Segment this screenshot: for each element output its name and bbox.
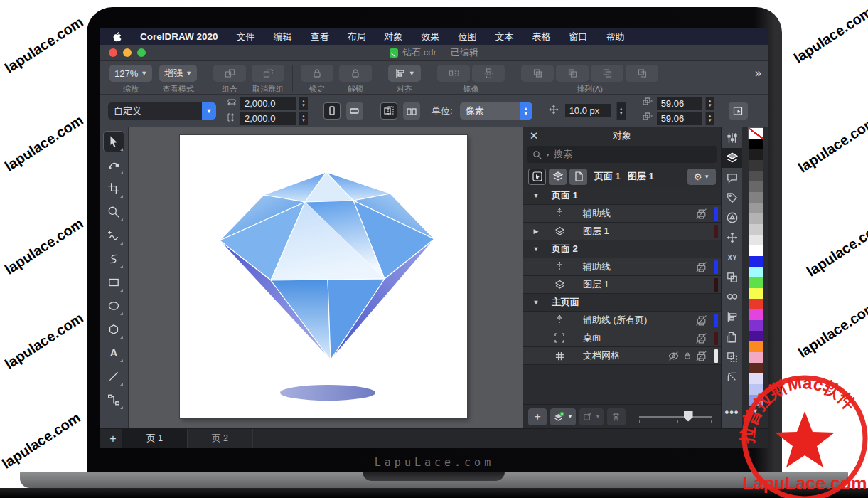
- color-swatch[interactable]: [749, 277, 763, 288]
- layer-color-bar[interactable]: [714, 260, 718, 274]
- shape-tool[interactable]: [103, 154, 124, 176]
- color-swatch[interactable]: [749, 374, 763, 384]
- color-swatch[interactable]: [749, 331, 763, 341]
- menu-item-效果[interactable]: 效果: [422, 31, 440, 43]
- docker-tab-align-distribute-icon[interactable]: [722, 307, 742, 327]
- color-swatch[interactable]: [749, 160, 763, 171]
- menu-item-窗口[interactable]: 窗口: [569, 31, 588, 43]
- new-layer-button[interactable]: ▼: [550, 408, 576, 425]
- group-button[interactable]: [213, 65, 246, 82]
- menu-item-位图[interactable]: 位图: [459, 31, 477, 43]
- menu-item-表格[interactable]: 表格: [532, 31, 551, 43]
- docker-tab-export-icon[interactable]: [722, 327, 742, 347]
- color-swatch[interactable]: [749, 256, 763, 267]
- docker-tab-objects-icon[interactable]: [722, 148, 742, 168]
- menu-item-布局[interactable]: 布局: [348, 31, 366, 43]
- artistic-media-tool[interactable]: [103, 248, 124, 270]
- docker-tab-corners-icon[interactable]: [722, 367, 742, 387]
- layer-color-bar[interactable]: [714, 207, 718, 221]
- to-back-button[interactable]: [556, 65, 589, 82]
- tree-section[interactable]: ▼主页面: [523, 294, 721, 312]
- layer-color-bar[interactable]: [714, 278, 718, 292]
- color-swatch[interactable]: [749, 235, 763, 245]
- mirror-horizontal-button[interactable]: [437, 65, 470, 82]
- page-height-input[interactable]: 2,000.0: [240, 112, 296, 125]
- tree-item[interactable]: 辅助线 (所有页): [523, 312, 721, 329]
- docker-tab-find-icon[interactable]: [722, 287, 742, 307]
- collapse-triangle-icon[interactable]: ▼: [530, 299, 542, 306]
- tree-section[interactable]: ▼页面 2: [523, 240, 721, 258]
- color-swatch[interactable]: [749, 245, 763, 256]
- color-swatch[interactable]: [749, 288, 763, 299]
- menu-item-对象[interactable]: 对象: [385, 31, 403, 43]
- ellipse-tool[interactable]: [103, 295, 124, 317]
- page-tab-页 2[interactable]: 页 2: [188, 429, 253, 448]
- docker-tab-properties-icon[interactable]: [722, 128, 742, 148]
- color-swatch[interactable]: [749, 352, 763, 363]
- docker-tab-more-button[interactable]: •••: [722, 403, 742, 423]
- docker-tab-clone-icon[interactable]: [722, 267, 742, 287]
- docker-tab-coordinates-icon[interactable]: XY: [722, 248, 742, 267]
- color-swatch[interactable]: [749, 267, 763, 277]
- text-tool[interactable]: A: [103, 342, 124, 364]
- crop-tool[interactable]: [103, 178, 124, 199]
- view-mode-select[interactable]: 增强▼: [159, 65, 197, 82]
- layer-color-bar[interactable]: [714, 314, 718, 327]
- freehand-tool[interactable]: [103, 225, 124, 246]
- polygon-tool[interactable]: [103, 319, 124, 340]
- color-swatch[interactable]: [749, 384, 763, 395]
- zoom-tool[interactable]: [103, 201, 124, 223]
- apple-menu-icon[interactable]: [112, 31, 122, 42]
- duplicate-x-input[interactable]: 59.06: [657, 97, 702, 110]
- menu-app-name[interactable]: CorelDRAW 2020: [140, 31, 218, 42]
- view-objects-button[interactable]: [528, 169, 546, 185]
- color-swatch[interactable]: [749, 203, 763, 213]
- rectangle-tool[interactable]: [103, 272, 124, 293]
- nudge-distance-input[interactable]: 10.0 px: [565, 104, 611, 117]
- color-swatch[interactable]: [749, 299, 763, 309]
- duplicate-y-stepper[interactable]: ▲▼: [705, 112, 714, 125]
- docker-search-input[interactable]: ▼ 搜索: [527, 146, 717, 163]
- page-width-stepper[interactable]: ▲▼: [299, 97, 308, 110]
- menu-item-帮助[interactable]: 帮助: [606, 31, 625, 43]
- forward-one-button[interactable]: [591, 65, 623, 82]
- duplicate-x-stepper[interactable]: ▲▼: [705, 97, 714, 110]
- color-swatch[interactable]: [749, 341, 763, 352]
- color-swatch[interactable]: [749, 309, 763, 320]
- landscape-button[interactable]: [346, 102, 363, 120]
- docker-close-icon[interactable]: ✕: [523, 129, 545, 142]
- color-swatch[interactable]: [749, 192, 763, 203]
- view-layers-button[interactable]: [549, 169, 567, 185]
- unlock-button[interactable]: [339, 65, 372, 82]
- page-width-input[interactable]: 2,000.0: [240, 97, 296, 110]
- nudge-stepper[interactable]: ▲▼: [616, 102, 626, 120]
- docker-tab-step-repeat-icon[interactable]: [722, 347, 742, 367]
- collapse-triangle-icon[interactable]: ▼: [530, 192, 542, 199]
- tree-item[interactable]: 辅助线: [523, 205, 721, 223]
- drawing-canvas[interactable]: [129, 127, 523, 428]
- layer-color-bar[interactable]: [714, 349, 718, 363]
- align-button[interactable]: ▼: [388, 65, 421, 82]
- color-swatch[interactable]: [749, 320, 763, 331]
- delete-button[interactable]: [607, 408, 626, 425]
- all-pages-dimensions-button[interactable]: [403, 102, 420, 120]
- line-tool[interactable]: [103, 366, 124, 387]
- mirror-vertical-button[interactable]: [472, 65, 505, 82]
- color-swatch[interactable]: [749, 363, 763, 374]
- layer-opacity-slider[interactable]: [639, 410, 716, 424]
- current-page-dimensions-button[interactable]: [380, 102, 397, 120]
- tree-item[interactable]: 图层 1: [523, 276, 721, 294]
- new-page-button[interactable]: ＋: [528, 408, 547, 425]
- portrait-button[interactable]: [323, 102, 341, 120]
- treat-as-filled-button[interactable]: [729, 102, 748, 120]
- menu-item-文件[interactable]: 文件: [237, 31, 255, 43]
- toolbar-overflow-button[interactable]: »: [755, 65, 761, 80]
- layer-color-bar[interactable]: [714, 332, 718, 345]
- docker-settings-button[interactable]: ⚙▼: [687, 169, 716, 185]
- tree-item[interactable]: 文档网格: [523, 347, 721, 365]
- color-swatch[interactable]: [749, 181, 763, 192]
- layer-color-bar[interactable]: [714, 225, 718, 238]
- docker-tab-transform-icon[interactable]: [722, 228, 742, 248]
- to-front-button[interactable]: [521, 65, 554, 82]
- docker-tab-symbols-icon[interactable]: [722, 208, 742, 228]
